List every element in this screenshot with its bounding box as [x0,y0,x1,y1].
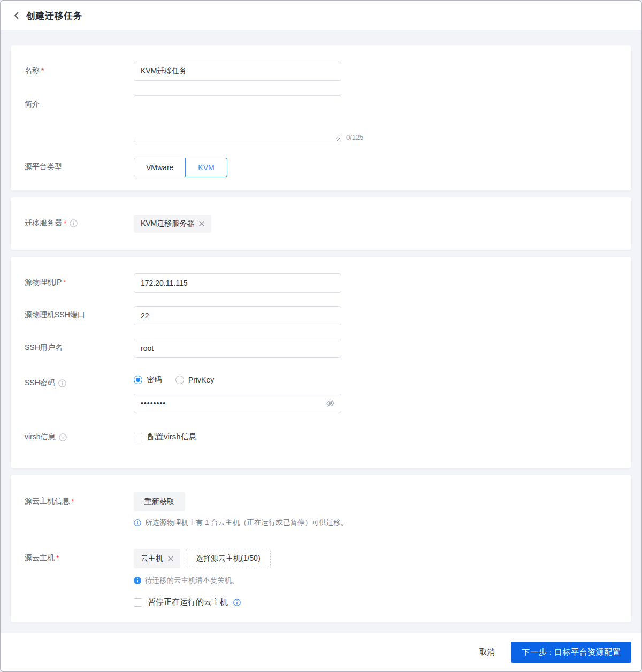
auth-type-radios: 密码 PrivKey [134,374,341,386]
ssh-user-label-col: SSH用户名 [11,339,134,353]
name-row: 名称* [11,62,631,81]
next-step-button[interactable]: 下一步 : 目标平台资源配置 [511,642,631,663]
source-ip-label: 源物理机IP [25,278,62,287]
virsh-label: virsh信息 [25,432,56,442]
virsh-row: virsh信息 配置virsh信息 [11,432,631,442]
vm-info-hint-text: 所选源物理机上有 1 台云主机（正在运行或已暂停）可供迁移。 [145,518,348,528]
vm-info-label-col: 源云主机信息* [11,492,134,506]
toggle-password-visibility-button[interactable] [326,399,335,408]
source-ip-input[interactable] [134,273,341,293]
vm-tag-label: 云主机 [141,554,163,563]
close-icon [199,221,204,226]
required-mark: * [63,278,66,287]
ssh-password-label-col: SSH密码 [11,374,134,388]
back-button[interactable] [13,12,20,19]
server-label: 迁移服务器 [25,218,62,228]
page-footer: 取消 下一步 : 目标平台资源配置 [1,633,641,671]
remove-vm-tag-button[interactable] [168,556,173,561]
info-icon[interactable] [70,219,78,227]
pause-checkbox-row: 暂停正在运行的云主机 [134,597,271,607]
radio-privkey[interactable] [175,376,184,384]
source-vm-card: 源云主机信息* 重新获取 所选源物理机上有 1 台云主机（正在运行或已暂停）可供… [11,475,631,622]
ssh-password-row: SSH密码 密码 PrivKey [11,374,631,413]
vm-info-hint: 所选源物理机上有 1 台云主机（正在运行或已暂停）可供迁移。 [134,518,348,528]
intro-label: 简介 [25,100,40,109]
pause-checkbox[interactable] [134,598,142,607]
vm-select-row: 源云主机* 云主机 选择源云主机(1/50) 待迁 [11,549,631,607]
page-header: 创建迁移任务 [1,1,641,30]
platform-option-kvm[interactable]: KVM [185,158,227,177]
select-source-vm-button[interactable]: 选择源云主机(1/50) [186,549,271,568]
ssh-password-label: SSH密码 [25,378,55,388]
remove-server-tag-button[interactable] [199,221,204,226]
ssh-port-label-col: 源物理机SSH端口 [11,306,134,320]
ssh-user-row: SSH用户名 [11,339,631,358]
required-mark: * [64,219,66,227]
required-mark: * [41,66,44,75]
close-icon [168,556,173,561]
info-icon[interactable] [233,599,241,606]
migration-server-card: 迁移服务器* KVM迁移服务器 [11,197,631,250]
info-icon [134,577,141,584]
eye-off-icon [326,399,335,408]
password-field [134,394,341,413]
vm-info-label: 源云主机信息 [25,497,70,506]
ssh-user-input[interactable] [134,339,341,358]
virsh-checkbox[interactable] [134,433,142,441]
required-mark: * [56,554,59,562]
name-label-col: 名称* [11,62,134,75]
server-row: 迁移服务器* KVM迁移服务器 [11,215,631,233]
ssh-port-label: 源物理机SSH端口 [25,310,85,320]
server-label-col: 迁移服务器* [11,215,134,228]
page-title: 创建迁移任务 [26,10,82,22]
name-label: 名称 [25,66,40,75]
intro-label-col: 简介 [11,95,134,109]
platform-row: 源平台类型 VMware KVM [11,158,631,177]
intro-textarea[interactable] [134,95,341,142]
source-ip-label-col: 源物理机IP* [11,273,134,287]
info-icon[interactable] [58,379,66,387]
source-host-card: 源物理机IP* 源物理机SSH端口 SSH用户名 [11,257,631,468]
ssh-port-input[interactable] [134,306,341,325]
platform-toggle: VMware KVM [134,158,227,177]
ssh-port-row: 源物理机SSH端口 [11,306,631,325]
refetch-button[interactable]: 重新获取 [134,492,185,511]
info-icon[interactable] [59,433,67,441]
vm-tag: 云主机 [134,549,180,568]
platform-label-col: 源平台类型 [11,158,134,172]
source-ip-row: 源物理机IP* [11,273,631,293]
vm-info-row: 源云主机信息* 重新获取 所选源物理机上有 1 台云主机（正在运行或已暂停）可供… [11,492,631,528]
intro-row: 简介 0/125 [11,95,631,142]
vm-select-label-col: 源云主机* [11,549,134,563]
server-tag-label: KVM迁移服务器 [141,219,194,228]
vm-select-hint-text: 待迁移的云主机请不要关机。 [145,576,239,585]
basic-info-card: 名称* 简介 0/125 [11,45,631,190]
radio-privkey-label[interactable]: PrivKey [188,376,214,384]
virsh-checkbox-row: 配置virsh信息 [134,432,197,442]
platform-option-vmware[interactable]: VMware [134,158,186,177]
name-input[interactable] [134,62,341,81]
form-body: 名称* 简介 0/125 [1,30,641,633]
ssh-password-input[interactable] [134,394,341,413]
platform-label: 源平台类型 [25,162,62,172]
ssh-user-label: SSH用户名 [25,343,63,353]
virsh-label-col: virsh信息 [11,432,134,442]
cancel-button[interactable]: 取消 [479,647,495,658]
create-migration-task-page: 创建迁移任务 名称* 简介 [0,0,642,672]
radio-password-label[interactable]: 密码 [147,375,162,385]
vm-select-hint: 待迁移的云主机请不要关机。 [134,576,271,585]
required-mark: * [71,497,74,506]
server-tag: KVM迁移服务器 [134,215,211,233]
char-counter: 0/125 [346,133,364,142]
info-icon [134,519,141,526]
chevron-left-icon [13,12,20,19]
virsh-checkbox-label[interactable]: 配置virsh信息 [148,432,197,442]
pause-checkbox-label[interactable]: 暂停正在运行的云主机 [148,597,228,607]
radio-password[interactable] [134,376,142,384]
vm-select-label: 源云主机 [25,553,55,563]
